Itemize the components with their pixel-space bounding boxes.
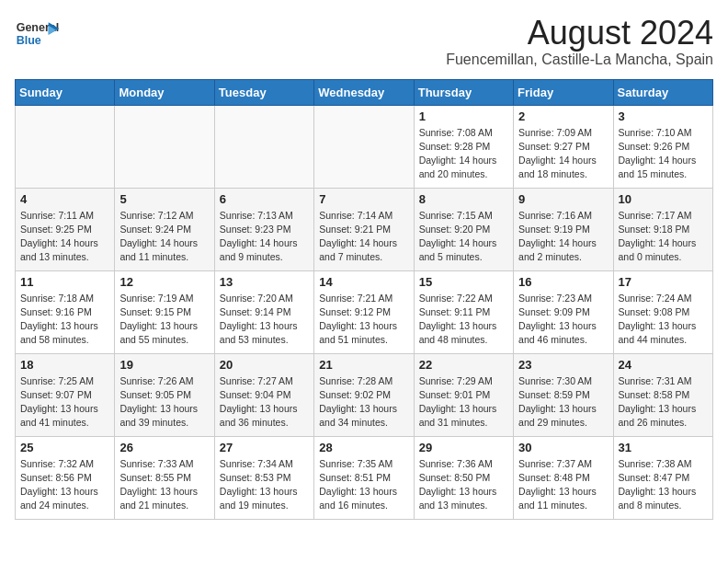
calendar-cell: 24Sunrise: 7:31 AMSunset: 8:58 PMDayligh… bbox=[613, 353, 712, 436]
day-info: Sunrise: 7:33 AMSunset: 8:55 PMDaylight:… bbox=[119, 457, 209, 513]
calendar-cell: 10Sunrise: 7:17 AMSunset: 9:18 PMDayligh… bbox=[613, 188, 712, 270]
day-number: 25 bbox=[20, 441, 109, 454]
day-info: Sunrise: 7:20 AMSunset: 9:14 PMDaylight:… bbox=[220, 292, 309, 348]
day-info: Sunrise: 7:16 AMSunset: 9:19 PMDaylight:… bbox=[518, 209, 608, 265]
day-of-week-header: Friday bbox=[514, 79, 613, 105]
day-number: 23 bbox=[518, 358, 608, 372]
day-number: 4 bbox=[20, 192, 109, 206]
day-number: 1 bbox=[419, 109, 508, 123]
calendar-cell bbox=[314, 105, 414, 188]
calendar-cell bbox=[16, 105, 115, 188]
day-info: Sunrise: 7:36 AMSunset: 8:50 PMDaylight:… bbox=[419, 457, 508, 513]
calendar-week-row: 25Sunrise: 7:32 AMSunset: 8:56 PMDayligh… bbox=[16, 436, 713, 519]
day-info: Sunrise: 7:37 AMSunset: 8:48 PMDaylight:… bbox=[518, 457, 608, 513]
calendar-cell: 3Sunrise: 7:10 AMSunset: 9:26 PMDaylight… bbox=[613, 105, 712, 188]
day-info: Sunrise: 7:34 AMSunset: 8:53 PMDaylight:… bbox=[220, 457, 309, 513]
day-number: 16 bbox=[518, 275, 608, 289]
day-number: 19 bbox=[119, 358, 209, 372]
day-info: Sunrise: 7:31 AMSunset: 8:58 PMDaylight:… bbox=[619, 374, 708, 431]
day-info: Sunrise: 7:14 AMSunset: 9:21 PMDaylight:… bbox=[319, 209, 408, 265]
day-info: Sunrise: 7:27 AMSunset: 9:04 PMDaylight:… bbox=[220, 374, 309, 431]
calendar-cell: 30Sunrise: 7:37 AMSunset: 8:48 PMDayligh… bbox=[514, 436, 613, 519]
logo-icon: General Blue bbox=[15, 15, 61, 52]
day-number: 24 bbox=[619, 358, 708, 372]
calendar-week-row: 1Sunrise: 7:08 AMSunset: 9:28 PMDaylight… bbox=[16, 105, 713, 188]
title-block: August 2024 Fuencemillan, Castille-La Ma… bbox=[446, 15, 713, 68]
day-info: Sunrise: 7:29 AMSunset: 9:01 PMDaylight:… bbox=[419, 374, 508, 431]
svg-text:Blue: Blue bbox=[17, 34, 41, 47]
day-number: 20 bbox=[220, 358, 309, 372]
calendar-cell: 15Sunrise: 7:22 AMSunset: 9:11 PMDayligh… bbox=[414, 270, 513, 353]
day-of-week-header: Saturday bbox=[613, 79, 712, 105]
day-number: 8 bbox=[419, 192, 508, 206]
day-info: Sunrise: 7:24 AMSunset: 9:08 PMDaylight:… bbox=[619, 292, 708, 348]
day-info: Sunrise: 7:26 AMSunset: 9:05 PMDaylight:… bbox=[119, 374, 209, 431]
page-subtitle: Fuencemillan, Castille-La Mancha, Spain bbox=[446, 52, 713, 68]
calendar-table: SundayMondayTuesdayWednesdayThursdayFrid… bbox=[15, 79, 713, 520]
logo: General Blue bbox=[15, 15, 61, 52]
calendar-cell: 9Sunrise: 7:16 AMSunset: 9:19 PMDaylight… bbox=[514, 188, 613, 270]
calendar-cell: 4Sunrise: 7:11 AMSunset: 9:25 PMDaylight… bbox=[16, 188, 115, 270]
day-number: 12 bbox=[119, 275, 209, 289]
calendar-cell bbox=[115, 105, 214, 188]
day-number: 11 bbox=[20, 275, 109, 289]
day-number: 3 bbox=[619, 109, 708, 123]
calendar-cell: 13Sunrise: 7:20 AMSunset: 9:14 PMDayligh… bbox=[214, 270, 313, 353]
day-info: Sunrise: 7:08 AMSunset: 9:28 PMDaylight:… bbox=[419, 126, 508, 182]
day-number: 9 bbox=[518, 192, 608, 206]
day-info: Sunrise: 7:10 AMSunset: 9:26 PMDaylight:… bbox=[619, 126, 708, 182]
calendar-cell: 25Sunrise: 7:32 AMSunset: 8:56 PMDayligh… bbox=[16, 436, 115, 519]
calendar-cell: 19Sunrise: 7:26 AMSunset: 9:05 PMDayligh… bbox=[115, 353, 214, 436]
calendar-cell: 7Sunrise: 7:14 AMSunset: 9:21 PMDaylight… bbox=[314, 188, 414, 270]
calendar-cell: 31Sunrise: 7:38 AMSunset: 8:47 PMDayligh… bbox=[613, 436, 712, 519]
day-number: 28 bbox=[319, 441, 408, 454]
calendar-cell: 8Sunrise: 7:15 AMSunset: 9:20 PMDaylight… bbox=[414, 188, 513, 270]
calendar-cell: 27Sunrise: 7:34 AMSunset: 8:53 PMDayligh… bbox=[214, 436, 313, 519]
calendar-cell bbox=[214, 105, 313, 188]
calendar-cell: 29Sunrise: 7:36 AMSunset: 8:50 PMDayligh… bbox=[414, 436, 513, 519]
day-info: Sunrise: 7:18 AMSunset: 9:16 PMDaylight:… bbox=[20, 292, 109, 348]
day-number: 31 bbox=[619, 441, 708, 454]
calendar-cell: 1Sunrise: 7:08 AMSunset: 9:28 PMDaylight… bbox=[414, 105, 513, 188]
day-of-week-header: Monday bbox=[115, 79, 214, 105]
day-number: 6 bbox=[220, 192, 309, 206]
calendar-cell: 17Sunrise: 7:24 AMSunset: 9:08 PMDayligh… bbox=[613, 270, 712, 353]
day-info: Sunrise: 7:38 AMSunset: 8:47 PMDaylight:… bbox=[619, 457, 708, 513]
day-number: 13 bbox=[220, 275, 309, 289]
day-of-week-header: Tuesday bbox=[214, 79, 313, 105]
calendar-week-row: 18Sunrise: 7:25 AMSunset: 9:07 PMDayligh… bbox=[16, 353, 713, 436]
day-number: 7 bbox=[319, 192, 408, 206]
calendar-cell: 6Sunrise: 7:13 AMSunset: 9:23 PMDaylight… bbox=[214, 188, 313, 270]
day-number: 27 bbox=[220, 441, 309, 454]
day-info: Sunrise: 7:25 AMSunset: 9:07 PMDaylight:… bbox=[20, 374, 109, 431]
day-info: Sunrise: 7:21 AMSunset: 9:12 PMDaylight:… bbox=[319, 292, 408, 348]
day-of-week-header: Thursday bbox=[414, 79, 513, 105]
calendar-cell: 23Sunrise: 7:30 AMSunset: 8:59 PMDayligh… bbox=[514, 353, 613, 436]
day-info: Sunrise: 7:17 AMSunset: 9:18 PMDaylight:… bbox=[619, 209, 708, 265]
day-info: Sunrise: 7:09 AMSunset: 9:27 PMDaylight:… bbox=[518, 126, 608, 182]
day-number: 29 bbox=[419, 441, 508, 454]
day-number: 5 bbox=[119, 192, 209, 206]
day-info: Sunrise: 7:12 AMSunset: 9:24 PMDaylight:… bbox=[119, 209, 209, 265]
day-number: 14 bbox=[319, 275, 408, 289]
calendar-cell: 2Sunrise: 7:09 AMSunset: 9:27 PMDaylight… bbox=[514, 105, 613, 188]
calendar-cell: 14Sunrise: 7:21 AMSunset: 9:12 PMDayligh… bbox=[314, 270, 414, 353]
day-info: Sunrise: 7:11 AMSunset: 9:25 PMDaylight:… bbox=[20, 209, 109, 265]
calendar-week-row: 11Sunrise: 7:18 AMSunset: 9:16 PMDayligh… bbox=[16, 270, 713, 353]
calendar-cell: 22Sunrise: 7:29 AMSunset: 9:01 PMDayligh… bbox=[414, 353, 513, 436]
day-number: 2 bbox=[518, 109, 608, 123]
calendar-cell: 28Sunrise: 7:35 AMSunset: 8:51 PMDayligh… bbox=[314, 436, 414, 519]
day-info: Sunrise: 7:15 AMSunset: 9:20 PMDaylight:… bbox=[419, 209, 508, 265]
calendar-body: 1Sunrise: 7:08 AMSunset: 9:28 PMDaylight… bbox=[16, 105, 713, 519]
calendar-cell: 11Sunrise: 7:18 AMSunset: 9:16 PMDayligh… bbox=[16, 270, 115, 353]
day-info: Sunrise: 7:30 AMSunset: 8:59 PMDaylight:… bbox=[518, 374, 608, 431]
day-info: Sunrise: 7:19 AMSunset: 9:15 PMDaylight:… bbox=[119, 292, 209, 348]
day-number: 15 bbox=[419, 275, 508, 289]
day-of-week-header: Sunday bbox=[16, 79, 115, 105]
day-info: Sunrise: 7:28 AMSunset: 9:02 PMDaylight:… bbox=[319, 374, 408, 431]
header: General Blue August 2024 Fuencemillan, C… bbox=[15, 15, 713, 68]
day-number: 26 bbox=[119, 441, 209, 454]
day-number: 17 bbox=[619, 275, 708, 289]
day-number: 10 bbox=[619, 192, 708, 206]
day-info: Sunrise: 7:32 AMSunset: 8:56 PMDaylight:… bbox=[20, 457, 109, 513]
